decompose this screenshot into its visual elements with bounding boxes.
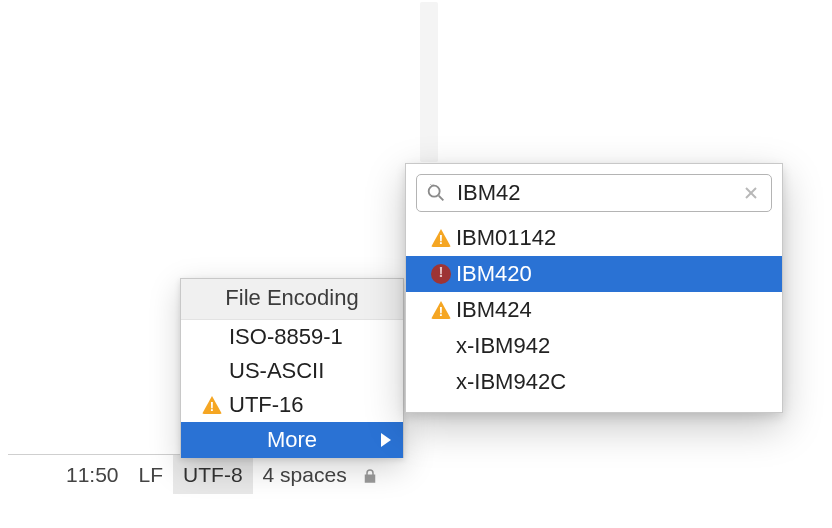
encoding-option-utf-16[interactable]: UTF-16 — [181, 388, 403, 422]
encoding-search-input[interactable] — [453, 180, 739, 206]
encoding-option-label: US-ASCII — [227, 358, 324, 384]
clear-search-icon[interactable] — [739, 185, 763, 201]
encoding-option-us-ascii[interactable]: US-ASCII — [181, 354, 403, 388]
statusbar-readonly-toggle[interactable] — [357, 455, 383, 494]
statusbar-encoding-label: UTF-8 — [183, 463, 243, 487]
encoding-result-x-ibm942c[interactable]: x-IBM942C — [406, 364, 782, 400]
encoding-more-label: More — [267, 427, 317, 453]
encoding-result-label: IBM01142 — [456, 225, 556, 251]
encoding-result-label: x-IBM942 — [456, 333, 550, 359]
warning-icon — [431, 301, 451, 319]
statusbar-time[interactable]: 11:50 — [56, 455, 129, 494]
encoding-result-ibm424[interactable]: IBM424 — [406, 292, 782, 328]
encoding-option-label: ISO-8859-1 — [227, 324, 343, 350]
file-encoding-popup: File Encoding ISO-8859-1 US-ASCII UTF-16… — [180, 278, 404, 458]
encoding-option-label: UTF-16 — [227, 392, 304, 418]
error-icon — [431, 264, 451, 284]
lock-icon — [361, 466, 379, 484]
encoding-search-box[interactable] — [416, 174, 772, 212]
search-icon — [425, 182, 453, 204]
encoding-result-label: x-IBM942C — [456, 369, 566, 395]
encoding-result-ibm01142[interactable]: IBM01142 — [406, 220, 782, 256]
statusbar-indent-label: 4 spaces — [263, 463, 347, 487]
statusbar-time-label: 11:50 — [66, 463, 119, 487]
file-encoding-title: File Encoding — [181, 279, 403, 320]
encoding-search-popup: IBM01142 IBM420 IBM424 x-IBM942 x-IBM942… — [405, 163, 783, 413]
status-bar: 11:50 LF UTF-8 4 spaces — [8, 454, 400, 494]
editor-scrollbar[interactable] — [420, 2, 438, 162]
statusbar-indent[interactable]: 4 spaces — [253, 455, 357, 494]
svg-point-0 — [429, 186, 440, 197]
encoding-more-submenu[interactable]: More — [181, 422, 403, 458]
encoding-result-ibm420[interactable]: IBM420 — [406, 256, 782, 292]
statusbar-line-separator-label: LF — [139, 463, 164, 487]
encoding-result-label: IBM424 — [456, 297, 532, 323]
warning-icon — [431, 229, 451, 247]
statusbar-line-separator[interactable]: LF — [129, 455, 174, 494]
encoding-result-x-ibm942[interactable]: x-IBM942 — [406, 328, 782, 364]
encoding-result-label: IBM420 — [456, 261, 532, 287]
warning-icon — [202, 396, 222, 414]
statusbar-encoding[interactable]: UTF-8 — [173, 455, 253, 494]
svg-line-1 — [439, 196, 444, 201]
encoding-option-iso-8859-1[interactable]: ISO-8859-1 — [181, 320, 403, 354]
chevron-right-icon — [381, 427, 391, 453]
